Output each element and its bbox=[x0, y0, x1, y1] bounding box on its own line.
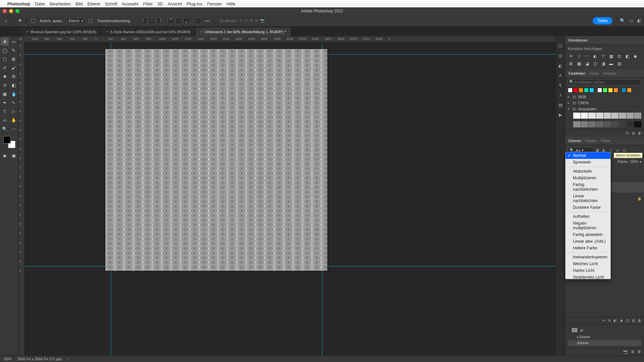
ruler-vertical[interactable]: 0200400600800100012001400 bbox=[19, 42, 25, 355]
align-center-h-icon[interactable]: │ bbox=[149, 17, 155, 24]
artboard[interactable] bbox=[105, 49, 327, 271]
blend-mode-option[interactable]: Hellere Farbe bbox=[566, 245, 610, 251]
blend-mode-option[interactable]: Linear abw. (Add.) bbox=[566, 238, 610, 245]
screen-mode-icon[interactable]: ▣ bbox=[10, 152, 18, 160]
tab-farbfelder[interactable]: Farbfelder bbox=[569, 71, 585, 75]
gray-swatch[interactable] bbox=[604, 121, 611, 127]
window-traffic-lights[interactable] bbox=[3, 9, 19, 13]
color-swatch[interactable] bbox=[584, 88, 589, 93]
hand-tool[interactable]: ✋ bbox=[10, 116, 18, 124]
selective-color-icon[interactable]: ▤ bbox=[616, 61, 622, 67]
color-swatch[interactable] bbox=[597, 88, 602, 93]
frame-tool[interactable]: ⊠ bbox=[10, 55, 18, 63]
document-tab[interactable]: ×Unbenannt-1 bei 50% (Musterfüllung 1, R… bbox=[196, 27, 291, 36]
gray-swatch[interactable] bbox=[588, 113, 596, 119]
auto-select-target-dropdown[interactable]: Ebene bbox=[66, 18, 85, 24]
gray-swatch[interactable] bbox=[627, 121, 634, 127]
close-tab-icon[interactable]: × bbox=[26, 29, 29, 34]
close-tab-icon[interactable]: × bbox=[200, 29, 203, 34]
blend-mode-option[interactable]: Negativ multiplizieren bbox=[566, 220, 610, 231]
color-swatch[interactable] bbox=[627, 88, 632, 93]
ruler-horizontal[interactable]: 5010008006004002000200400600800100012001… bbox=[19, 36, 555, 42]
gradient-tool[interactable]: ▦ bbox=[1, 90, 9, 98]
channel-mixer-icon[interactable]: ⊞ bbox=[568, 61, 574, 67]
gray-swatch[interactable] bbox=[619, 121, 626, 127]
menu-bild[interactable]: Bild bbox=[75, 1, 83, 6]
color-swatch[interactable] bbox=[613, 88, 618, 93]
hue-icon[interactable]: ▦ bbox=[608, 54, 614, 59]
curves-icon[interactable]: 〰 bbox=[584, 54, 590, 59]
tab-ebenen[interactable]: Ebenen bbox=[569, 139, 581, 143]
properties-panel-icon[interactable]: ☰ bbox=[558, 54, 562, 59]
gray-swatch[interactable] bbox=[581, 113, 588, 119]
gray-swatch[interactable] bbox=[627, 113, 634, 119]
brush-tool[interactable]: 🖌 bbox=[10, 64, 18, 72]
layer-style-icon[interactable]: fx bbox=[608, 318, 611, 323]
lock-icon[interactable]: 🔒 bbox=[637, 197, 641, 200]
blend-mode-option[interactable]: Dunklere Farbe bbox=[566, 204, 610, 211]
share-button[interactable]: Teilen bbox=[593, 17, 612, 24]
color-swatch[interactable] bbox=[603, 88, 607, 93]
tab-kanaele[interactable]: Kanäle bbox=[585, 139, 597, 143]
close-window-icon[interactable] bbox=[3, 9, 7, 13]
gray-swatch[interactable] bbox=[588, 121, 596, 127]
threshold-icon[interactable]: ◨ bbox=[600, 61, 606, 67]
vibrance-icon[interactable]: ▽ bbox=[600, 54, 606, 59]
gray-swatch[interactable] bbox=[581, 121, 588, 127]
blend-mode-option[interactable]: Normal bbox=[566, 152, 610, 159]
filter-shape-icon[interactable]: ▭ bbox=[615, 148, 620, 153]
blend-mode-option[interactable]: Farbig nachbelichten bbox=[566, 181, 610, 193]
menu-3d[interactable]: 3D bbox=[157, 1, 163, 6]
fill-chevron-icon[interactable]: ▾ bbox=[640, 160, 641, 164]
artboard-tool[interactable]: ▭ bbox=[10, 38, 18, 46]
blend-mode-option[interactable]: Ineinanderkopieren bbox=[566, 254, 610, 260]
crop-tool[interactable]: ▢ bbox=[1, 55, 9, 63]
menu-fenster[interactable]: Fenster bbox=[207, 1, 222, 6]
blur-tool[interactable]: 💧 bbox=[10, 90, 18, 98]
menu-hilfe[interactable]: Hilfe bbox=[227, 1, 235, 6]
home-icon[interactable]: ⌂ bbox=[3, 19, 9, 23]
swatch-folder[interactable]: ▾🗀Graustufen bbox=[565, 106, 644, 112]
eraser-tool[interactable]: ◧ bbox=[10, 81, 18, 89]
blend-mode-option[interactable]: Linear nachbelichten bbox=[566, 193, 610, 204]
menu-ebene[interactable]: Ebene bbox=[88, 1, 100, 6]
history-snapshot-icon[interactable]: 📷 bbox=[623, 350, 628, 354]
tab-verlaeufe[interactable]: Verläufe bbox=[603, 71, 616, 75]
edit-toolbar-icon[interactable]: ⋯ bbox=[10, 125, 18, 133]
levels-icon[interactable]: ⟟ bbox=[576, 54, 582, 59]
history-step[interactable]: s-Ebene bbox=[568, 334, 641, 340]
orbit-3d-icon[interactable]: ◎ bbox=[239, 18, 243, 23]
color-balance-icon[interactable]: ⚖ bbox=[616, 54, 622, 59]
gray-swatch[interactable] bbox=[634, 113, 641, 119]
blend-mode-option[interactable]: Hartes Licht bbox=[566, 267, 610, 274]
status-chevron-icon[interactable]: › bbox=[68, 357, 69, 361]
auto-select-checkbox[interactable] bbox=[31, 19, 35, 23]
color-lookup-icon[interactable]: ▩ bbox=[576, 61, 582, 67]
align-left-icon[interactable]: ▏ bbox=[141, 17, 148, 24]
menu-plugins[interactable]: Plug-ins bbox=[187, 1, 203, 6]
healing-tool[interactable]: ✚ bbox=[1, 72, 9, 80]
glyphs-panel-icon[interactable]: 𝐴 bbox=[559, 93, 562, 98]
posterize-icon[interactable]: ◫ bbox=[592, 61, 598, 67]
gray-swatch[interactable] bbox=[611, 121, 619, 127]
blend-mode-option[interactable]: Strahlendes Licht bbox=[566, 274, 610, 279]
delete-layer-icon[interactable]: 🗑 bbox=[638, 318, 641, 323]
document-tab[interactable]: ×6-Style-Banner-3000x3000.psd bei 50% (R… bbox=[101, 27, 195, 36]
invert-icon[interactable]: ◪ bbox=[584, 61, 590, 67]
align-right-icon[interactable]: ▕ bbox=[156, 17, 163, 24]
blend-mode-option[interactable]: Weiches Licht bbox=[566, 260, 610, 267]
transform-controls-checkbox[interactable] bbox=[89, 19, 93, 23]
color-swatch[interactable] bbox=[568, 88, 573, 93]
minimize-window-icon[interactable] bbox=[9, 9, 13, 13]
quick-mask-icon[interactable]: ◙ bbox=[1, 152, 9, 160]
foreground-background-colors[interactable] bbox=[3, 135, 16, 149]
gray-swatch[interactable] bbox=[619, 113, 626, 119]
search-icon[interactable]: 🔍 bbox=[620, 18, 625, 23]
history-step[interactable]: -Ebene bbox=[568, 340, 641, 346]
eyedropper-tool[interactable]: ✐ bbox=[1, 64, 9, 72]
swatch-search-input[interactable] bbox=[568, 79, 641, 85]
blend-mode-option[interactable]: Abdunkeln bbox=[566, 168, 610, 175]
blend-mode-option[interactable]: Aufhellen bbox=[566, 213, 610, 220]
align-bottom-icon[interactable]: ▁ bbox=[183, 17, 190, 24]
history-delete-icon[interactable]: 🗑 bbox=[638, 350, 641, 354]
